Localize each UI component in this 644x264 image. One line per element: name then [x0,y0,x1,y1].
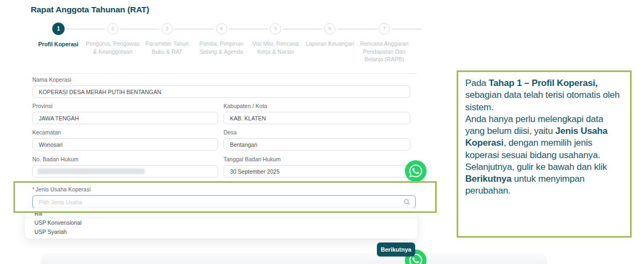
page-bottom-band [41,253,547,264]
kecamatan-input[interactable] [32,138,218,151]
step-circle: 2 [107,23,118,34]
step-label: Laporan Keuangan [303,40,357,48]
step-label: Profil Koperasi [31,40,86,48]
step-circle: 4 [216,23,227,34]
field-no-badan-hukum: No. Badan Hukum [32,156,218,177]
field-kecamatan: Kecamatan [32,129,218,151]
dropdown-option[interactable]: USP Syariah [25,227,417,237]
required-marker: * [32,186,34,192]
field-label: Kabupaten / Kota [223,103,410,109]
step-circle: 3 [162,23,173,34]
dropdown-option[interactable]: Riil [25,209,417,218]
nama-koperasi-input[interactable] [32,85,410,98]
field-jenis-usaha: *Jenis Usaha Koperasi [32,186,416,209]
provinsi-input[interactable] [32,112,218,124]
field-label: No. Badan Hukum [32,156,218,162]
field-label: Kecamatan [32,129,218,135]
step-circle: 7 [379,23,390,34]
field-kabupaten-kota: Kabupaten / Kota [223,103,410,124]
field-label: Provinsi [32,103,218,109]
jenis-usaha-dropdown: RiilUSP KonvensionalUSP Syariah [25,208,417,239]
field-label: *Jenis Usaha Koperasi [32,186,416,192]
step-label: Pengurus, Pengawas & Keanggotaan [86,40,140,55]
stepper-divider [32,73,417,74]
step-circle: 6 [324,23,335,34]
next-button[interactable]: Berikutnya [377,242,415,256]
whatsapp-icon[interactable] [405,160,426,182]
field-label: Nama Koperasi [32,76,410,83]
page-title: Rapat Anggota Tahunan (RAT) [31,5,149,15]
step-label: Parameter Tahun Buku & RAT [140,40,194,55]
field-provinsi: Provinsi [32,103,218,124]
step-label: Visi Misi, Rencana Kerja & Narasi [248,40,303,55]
no-badan-hukum-input[interactable] [32,165,218,177]
tanggal-badan-hukum-input[interactable] [223,165,410,177]
instruction-note-text: Pada Tahap 1 – Profil Koperasi, sebagian… [465,77,623,197]
step-circle: 5 [270,23,281,34]
stepper-step-7[interactable]: 7 Rencana Anggaran Pendapatan Dan Belanj… [357,23,411,63]
field-tanggal-badan-hukum: Tanggal Badan Hukum [223,156,410,177]
field-desa: Desa [223,129,410,151]
step-circle: 1 [52,23,65,35]
field-label: Desa [223,129,410,135]
desa-input[interactable] [223,138,410,151]
jenis-usaha-search-input[interactable] [32,195,416,209]
rat-wizard-screen: Rapat Anggota Tahunan (RAT) 1 Profil Kop… [0,0,644,264]
step-label: Rencana Anggaran Pendapatan Dan Belanja … [357,40,411,63]
stepper: 1 Profil Koperasi 2 Pengurus, Pengawas &… [31,23,411,63]
field-nama-koperasi: Nama Koperasi [32,76,410,98]
field-label: Tanggal Badan Hukum [223,156,410,162]
instruction-note: Pada Tahap 1 – Profil Koperasi, sebagian… [457,70,632,238]
kabupaten-kota-input[interactable] [223,112,410,124]
dropdown-option[interactable]: USP Konvensional [25,218,417,227]
step-label: Panitia, Pimpinan Sidang & Agenda [194,40,249,55]
